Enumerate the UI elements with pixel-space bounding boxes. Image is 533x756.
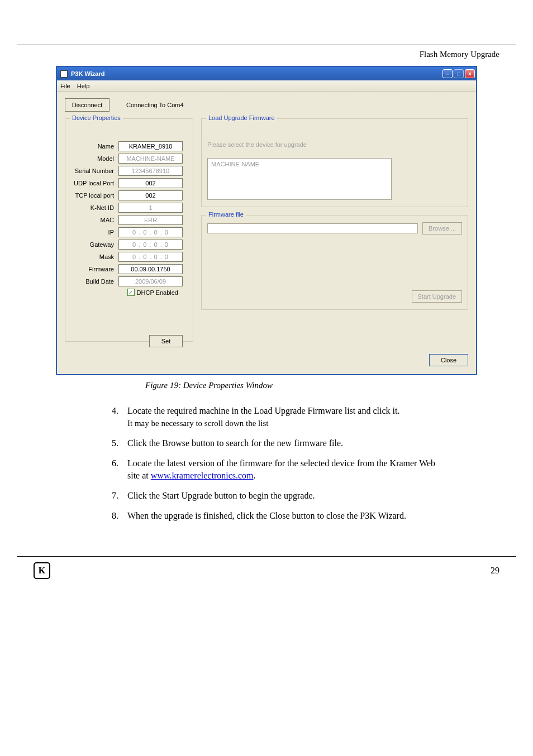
model-field <box>118 154 183 164</box>
model-label: Model <box>71 155 118 162</box>
ip-label: IP <box>71 229 118 236</box>
mac-label: MAC <box>71 217 118 223</box>
build-field <box>118 276 183 286</box>
menu-file[interactable]: File <box>60 83 70 89</box>
select-device-label: Please select the device for upgrade <box>207 141 462 148</box>
disconnect-button[interactable]: Disconnect <box>65 98 110 112</box>
firmware-field <box>118 264 183 274</box>
app-icon <box>60 70 68 78</box>
start-upgrade-button[interactable]: Start Upgrade <box>412 290 462 303</box>
tcp-label: TCP local port <box>71 192 118 199</box>
dhcp-label: DHCP Enabled <box>137 289 178 296</box>
firmware-label: Firmware <box>71 266 118 272</box>
firmware-file-legend: Firmware file <box>206 211 246 218</box>
page-number: 29 <box>491 566 499 576</box>
titlebar: P3K Wizard – □ × <box>57 67 476 80</box>
close-button[interactable]: Close <box>429 354 468 366</box>
build-label: Build Date <box>71 278 118 285</box>
running-header: Flash Memory Upgrade <box>0 50 499 59</box>
device-properties-group: Device Properties Name Model Serial Numb… <box>65 118 193 342</box>
ip-field[interactable]: 0 . 0 . 0 . 0 <box>118 227 183 237</box>
tcp-field[interactable] <box>118 190 183 200</box>
step-4-text: Locate the required machine in the Load … <box>127 406 399 415</box>
step-8-text: When the upgrade is finished, click the … <box>127 510 438 522</box>
mask-field[interactable]: 0 . 0 . 0 . 0 <box>118 252 183 262</box>
udp-label: UDP local Port <box>71 180 118 186</box>
mac-field <box>118 215 183 225</box>
browse-button[interactable]: Browse ... <box>422 222 462 235</box>
maximize-icon: □ <box>454 69 464 78</box>
window-title: P3K Wizard <box>71 70 442 77</box>
load-upgrade-group: Load Upgrade Firmware Please select the … <box>201 118 468 207</box>
menubar: File Help <box>57 80 476 92</box>
serial-label: Serial Number <box>71 168 118 174</box>
mask-label: Mask <box>71 253 118 260</box>
list-item[interactable]: MACHINE-NAME <box>211 161 388 168</box>
serial-field <box>118 166 183 176</box>
name-label: Name <box>71 143 118 150</box>
udp-field[interactable] <box>118 178 183 188</box>
dhcp-checkbox[interactable]: ✓ <box>127 289 135 296</box>
load-upgrade-legend: Load Upgrade Firmware <box>206 114 277 121</box>
close-icon[interactable]: × <box>465 69 475 78</box>
document-body: 4.Locate the required machine in the Loa… <box>112 405 438 523</box>
name-field[interactable] <box>118 141 183 151</box>
menu-help[interactable]: Help <box>77 83 90 89</box>
knet-label: K-Net ID <box>71 204 118 211</box>
firmware-path-field[interactable] <box>207 223 418 233</box>
device-listbox[interactable]: MACHINE-NAME <box>207 158 392 200</box>
step-7-text: Click the Start Upgrade button to begin … <box>127 490 438 502</box>
figure-screenshot: P3K Wizard – □ × File Help Disconnect Co… <box>56 66 477 375</box>
minimize-icon[interactable]: – <box>442 69 453 78</box>
figure-caption: Figure 19: Device Properties Window <box>145 381 505 390</box>
firmware-file-group: Firmware file Browse ... Start Upgrade <box>201 215 468 310</box>
step-5-text: Click the Browse button to search for th… <box>127 437 438 449</box>
connection-status: Connecting To Com4 <box>126 102 184 108</box>
set-button[interactable]: Set <box>149 335 183 347</box>
gateway-label: Gateway <box>71 241 118 248</box>
device-properties-legend: Device Properties <box>70 114 123 121</box>
gateway-field[interactable]: 0 . 0 . 0 . 0 <box>118 240 183 250</box>
kramer-logo-icon: K <box>34 562 50 579</box>
step-4-sub: It may be necessary to scroll down the l… <box>127 419 268 428</box>
kramer-link[interactable]: www.kramerelectronics.com <box>151 471 254 480</box>
knet-field <box>118 203 183 213</box>
